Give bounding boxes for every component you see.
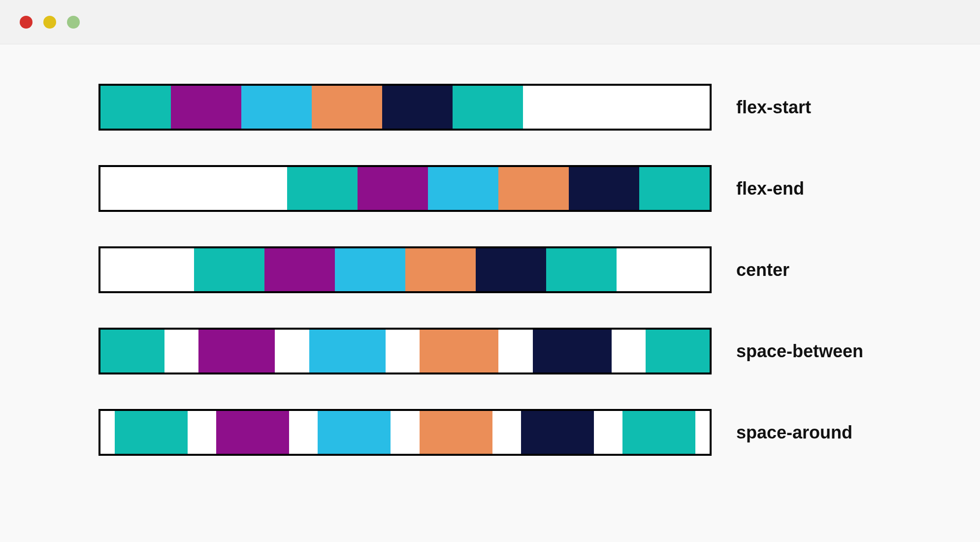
flex-item [476, 248, 546, 291]
demo-row-center: center [30, 246, 950, 293]
flex-item [335, 248, 405, 291]
flex-item [420, 330, 498, 373]
flex-item [358, 167, 428, 210]
demo-label: space-around [736, 422, 852, 443]
flex-item [171, 86, 241, 129]
flex-item [533, 330, 612, 373]
demo-row-space-around: space-around [30, 409, 950, 456]
flex-item [309, 330, 386, 373]
flex-item [639, 167, 710, 210]
demo-row-flex-start: flex-start [30, 84, 950, 131]
demo-label: flex-end [736, 178, 804, 199]
flex-container-space-around [98, 409, 712, 456]
flex-item [241, 86, 312, 129]
flex-item [405, 248, 476, 291]
flex-item [287, 167, 358, 210]
flex-item [100, 86, 171, 129]
flex-item [318, 411, 391, 454]
flex-item [194, 248, 264, 291]
flex-item [498, 167, 569, 210]
flex-item [622, 411, 695, 454]
flex-item [646, 330, 710, 373]
zoom-icon[interactable] [67, 16, 80, 29]
flex-item [453, 86, 523, 129]
browser-window: flex-start flex-end center [0, 0, 980, 542]
flex-item [546, 248, 617, 291]
flex-item [521, 411, 594, 454]
flex-container-flex-end [98, 165, 712, 212]
demo-label: center [736, 260, 789, 280]
flex-item [198, 330, 275, 373]
demo-label: flex-start [736, 97, 811, 118]
demo-row-flex-end: flex-end [30, 165, 950, 212]
flex-container-flex-start [98, 84, 712, 131]
flex-item [100, 330, 164, 373]
flex-item [115, 411, 188, 454]
flex-container-center [98, 246, 712, 293]
window-titlebar [0, 0, 980, 44]
demo-row-space-between: space-between [30, 328, 950, 374]
minimize-icon[interactable] [43, 16, 56, 29]
demo-label: space-between [736, 341, 863, 362]
flex-item [420, 411, 492, 454]
flex-item [428, 167, 498, 210]
flex-item [264, 248, 335, 291]
diagram-content: flex-start flex-end center [0, 44, 980, 542]
flex-container-space-between [98, 328, 712, 374]
flex-item [216, 411, 289, 454]
close-icon[interactable] [20, 16, 33, 29]
flex-item [382, 86, 453, 129]
flex-item [569, 167, 639, 210]
flex-item [312, 86, 382, 129]
